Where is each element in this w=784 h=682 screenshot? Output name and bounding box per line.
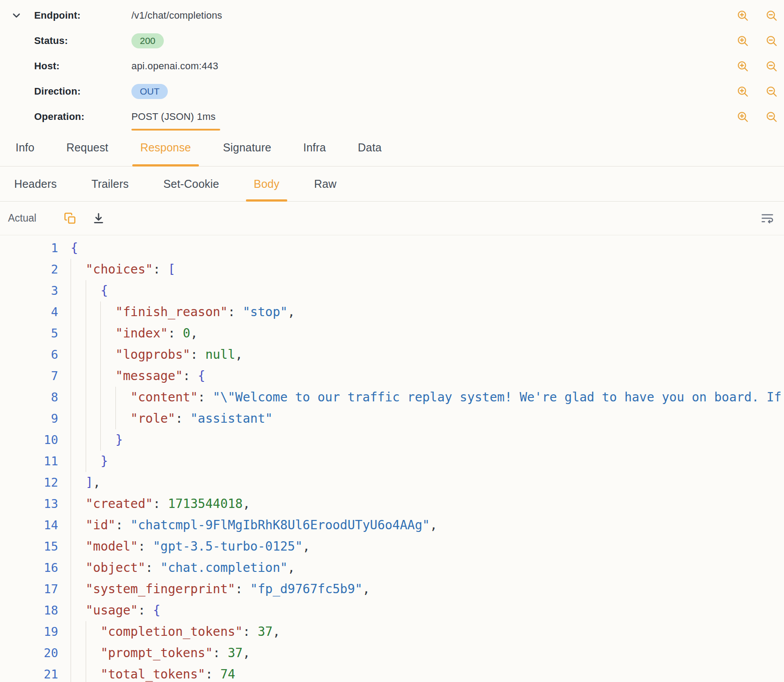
zoom-out-icon[interactable] — [765, 60, 778, 72]
code-text: { — [100, 280, 108, 301]
subtab-trailers[interactable]: Trailers — [91, 167, 129, 201]
direction-badge: OUT — [131, 84, 168, 99]
code-token: "role" — [131, 411, 175, 426]
indent-guide — [71, 387, 86, 408]
code-line: 14"id": "chatcmpl-9FlMgIbRhK8Ul6EroodUTy… — [0, 515, 784, 536]
code-token: 1713544018 — [168, 496, 243, 511]
code-text: "system_fingerprint": "fp_d9767fc5b9", — [86, 579, 370, 600]
indent-guide — [86, 301, 101, 323]
code-text: "completion_tokens": 37, — [100, 621, 280, 642]
tab-infra[interactable]: Infra — [303, 129, 326, 166]
row-zoom-controls — [736, 111, 778, 123]
endpoint-value: /v1/chat/completions — [131, 10, 222, 21]
row-zoom-controls — [736, 9, 778, 22]
subtab-headers[interactable]: Headers — [14, 167, 57, 201]
indent-guide — [71, 408, 86, 429]
line-number: 8 — [0, 387, 58, 408]
line-number: 13 — [0, 493, 58, 515]
zoom-out-icon[interactable] — [765, 35, 778, 47]
code-token: "finish_reason" — [115, 305, 228, 319]
code-text: "finish_reason": "stop", — [115, 301, 295, 323]
main-tab-bar: Info Request Response Signature Infra Da… — [0, 129, 784, 167]
code-token: "id" — [86, 518, 115, 532]
subtab-set-cookie[interactable]: Set-Cookie — [163, 167, 219, 201]
code-token: : — [190, 347, 206, 362]
code-token: : — [243, 624, 258, 639]
line-number: 18 — [0, 600, 58, 621]
code-token: : — [153, 496, 168, 511]
code-token: "assistant" — [190, 411, 273, 426]
line-number: 19 — [0, 621, 58, 642]
body-toolbar: Actual — [0, 202, 784, 235]
tab-data[interactable]: Data — [358, 129, 382, 166]
indent-guide — [100, 408, 115, 429]
endpoint-label: Endpoint: — [34, 10, 80, 21]
indent-guide — [86, 365, 101, 387]
code-token: : — [138, 603, 153, 618]
code-token: "created" — [86, 496, 153, 511]
line-number: 16 — [0, 557, 58, 579]
indent-guide — [100, 301, 115, 323]
code-token: : — [228, 305, 243, 319]
zoom-in-icon[interactable] — [736, 35, 749, 47]
indent-guide — [86, 387, 101, 408]
copy-icon[interactable] — [64, 212, 76, 225]
subtab-raw[interactable]: Raw — [314, 167, 337, 201]
line-number: 20 — [0, 642, 58, 664]
tab-response[interactable]: Response — [140, 129, 191, 166]
line-number: 1 — [0, 238, 58, 259]
code-token: ] — [86, 475, 93, 490]
code-token: 74 — [220, 667, 235, 682]
code-token: "total_tokens" — [100, 667, 205, 682]
indent-guide — [86, 323, 101, 344]
code-text: "created": 1713544018, — [86, 493, 250, 515]
indent-guide — [86, 664, 101, 682]
indent-guide — [115, 387, 131, 408]
code-token: "completion_tokens" — [100, 624, 242, 639]
json-body-viewer[interactable]: 1{2"choices": [3{4"finish_reason": "stop… — [0, 235, 784, 682]
code-token: "model" — [86, 539, 138, 554]
code-line: 1{ — [0, 238, 784, 259]
code-token: : — [168, 326, 183, 341]
indent-guide — [71, 493, 86, 515]
tab-request[interactable]: Request — [67, 129, 109, 166]
code-text: "id": "chatcmpl-9FlMgIbRhK8Ul6EroodUTyU6… — [86, 515, 437, 536]
code-text: } — [115, 429, 123, 451]
code-token: "logprobs" — [115, 347, 190, 362]
code-token: : — [175, 411, 190, 426]
zoom-out-icon[interactable] — [765, 9, 778, 22]
line-number: 9 — [0, 408, 58, 429]
code-token: : — [198, 390, 213, 404]
line-number: 12 — [0, 472, 58, 493]
code-line: 10} — [0, 429, 784, 451]
meta-row-operation: Operation: POST (JSON) 1ms — [0, 104, 784, 129]
zoom-in-icon[interactable] — [736, 111, 749, 123]
zoom-in-icon[interactable] — [736, 85, 749, 98]
download-icon[interactable] — [92, 212, 105, 225]
indent-guide — [86, 408, 101, 429]
word-wrap-icon[interactable] — [760, 211, 774, 225]
code-text: { — [71, 238, 78, 259]
indent-guide — [71, 259, 86, 280]
zoom-in-icon[interactable] — [736, 9, 749, 22]
code-token: , — [93, 475, 101, 490]
indent-guide — [71, 621, 86, 642]
metadata-section: Endpoint: /v1/chat/completions Status: 2… — [0, 0, 784, 129]
tab-info[interactable]: Info — [16, 129, 35, 166]
zoom-out-icon[interactable] — [765, 111, 778, 123]
indent-guide — [71, 280, 86, 301]
subtab-body[interactable]: Body — [254, 167, 280, 201]
zoom-out-icon[interactable] — [765, 85, 778, 98]
indent-guide — [71, 472, 86, 493]
indent-guide — [71, 579, 86, 600]
indent-guide — [71, 515, 86, 536]
code-text: } — [100, 451, 108, 472]
code-token: } — [115, 432, 123, 447]
code-text: "usage": { — [86, 600, 161, 621]
code-token: , — [235, 347, 243, 362]
line-number: 14 — [0, 515, 58, 536]
chevron-down-icon[interactable] — [11, 10, 22, 21]
code-token: { — [100, 283, 108, 298]
zoom-in-icon[interactable] — [736, 60, 749, 72]
tab-signature[interactable]: Signature — [223, 129, 271, 166]
